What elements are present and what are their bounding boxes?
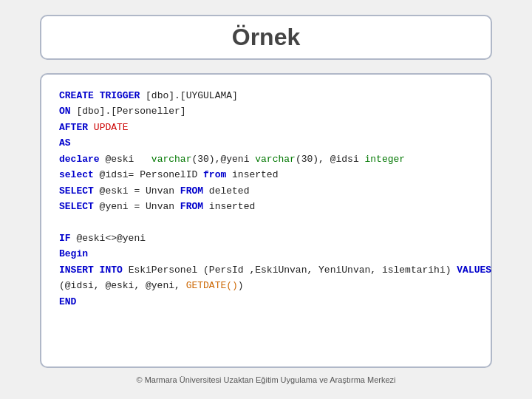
- code-box: CREATE TRIGGER [dbo].[UYGULAMA] ON [dbo]…: [40, 73, 492, 368]
- title-box: Örnek: [40, 15, 492, 60]
- page-title: Örnek: [86, 24, 446, 51]
- footer-text: © Marmara Üniversitesi Uzaktan Eğitim Uy…: [136, 375, 395, 384]
- code-content: CREATE TRIGGER [dbo].[UYGULAMA] ON [dbo]…: [59, 88, 473, 310]
